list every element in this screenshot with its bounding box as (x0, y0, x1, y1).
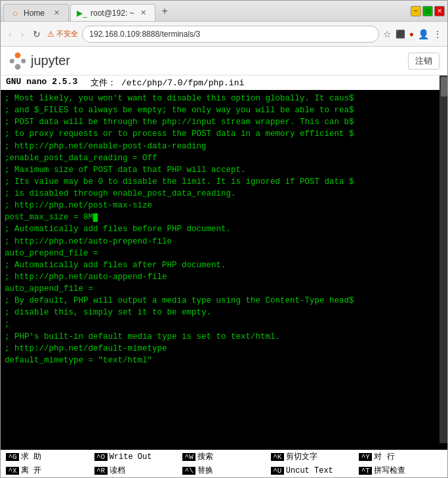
terminal-line: ; Most likely, you won't want to disable… (5, 93, 443, 104)
svg-point-4 (16, 59, 19, 62)
url-input[interactable]: 192.168.0.109:8888/terminals/3 (82, 26, 378, 43)
nano-cmd-label: 离 开 (21, 465, 41, 476)
nano-cmd-^X[interactable]: ^X离 开 (3, 464, 92, 477)
nano-cmd-label: 替换 (197, 465, 213, 476)
terminal-line: auto_prepend_file = (5, 248, 443, 259)
jupyter-title: jupyter (31, 53, 70, 68)
tab-terminal-close[interactable]: ✕ (138, 8, 148, 18)
tab-terminal-label: root@192: ~ (91, 9, 134, 18)
nano-cmd-label: 读档 (110, 465, 125, 476)
nano-cmd-label: 求 助 (21, 451, 41, 462)
nano-cmd-key: ^G (6, 453, 19, 461)
nano-file-label: 文件： /etc/php/7.0/fpm/php.ini (91, 77, 244, 89)
menu-icon[interactable]: ⋮ (433, 29, 442, 39)
nano-cmd-key: ^O (94, 453, 108, 461)
tab-terminal[interactable]: ▶_ root@192: ~ ✕ (70, 4, 155, 21)
terminal-line: ; POST data will be through the php://in… (5, 116, 443, 128)
new-tab-button[interactable]: + (157, 4, 173, 18)
nano-bottombar: ^G求 助^OWrite Out^W搜索^K剪切文字^Y对 行^X离 开^R读档… (1, 450, 447, 477)
svg-point-1 (15, 64, 21, 70)
jupyter-logo: jupyter (9, 52, 70, 70)
terminal-content[interactable]: ; Most likely, you won't want to disable… (1, 90, 447, 450)
nano-cmd-^W[interactable]: ^W搜索 (180, 450, 268, 463)
nano-cmd-key: ^X (6, 467, 19, 475)
terminal-line: ; disable this, simply set it to be empt… (5, 307, 443, 318)
nano-cmd-label: 搜索 (197, 451, 213, 462)
nano-cmd-^T[interactable]: ^T拼写检查 (356, 464, 445, 477)
tabs-area: ○ Home ✕ ▶_ root@192: ~ ✕ + (3, 1, 408, 21)
terminal-line: default_mimetype = "text/html" (5, 355, 443, 366)
url-text: 192.168.0.109:8888/terminals/3 (89, 30, 371, 39)
maximize-button[interactable]: □ (422, 6, 433, 16)
tab-home-label: Home (24, 9, 45, 18)
nano-cmd-^U[interactable]: ^UUncut Text (268, 464, 357, 477)
nano-cmd-key: ^U (271, 467, 284, 475)
browser-window: ○ Home ✕ ▶_ root@192: ~ ✕ + − □ ✕ ‹ › ↻ … (0, 0, 448, 478)
terminal-line: ; http://php.net/enable-post-data-readin… (5, 141, 443, 152)
nano-cmd-key: ^\ (182, 467, 195, 475)
nano-cmd-label: 拼写检查 (374, 465, 405, 476)
reload-button[interactable]: ↻ (30, 28, 43, 41)
terminal-line: ; http://php.net/auto-append-file (5, 271, 443, 283)
terminal-line: auto_append_file = (5, 283, 443, 295)
extension-icon2[interactable]: ● (409, 30, 414, 39)
nano-titlebar: GNU nano 2.5.3 文件： /etc/php/7.0/fpm/php.… (1, 76, 447, 90)
tab-terminal-icon: ▶_ (77, 9, 87, 18)
scrollbar-thumb[interactable] (441, 77, 447, 97)
svg-point-3 (21, 58, 26, 63)
terminal-line: ; Automatically add files after PHP docu… (5, 259, 443, 271)
extension-icon1[interactable]: ⬛ (396, 30, 405, 39)
nano-cmd-^O[interactable]: ^OWrite Out (92, 450, 180, 463)
svg-point-0 (15, 52, 21, 58)
account-icon[interactable]: 👤 (418, 29, 429, 39)
terminal-line: ; and $_FILES to always be empty; the on… (5, 104, 443, 116)
terminal-line: ; to proxy requests or to process the PO… (5, 128, 443, 140)
nano-bottom-row-0: ^G求 助^OWrite Out^W搜索^K剪切文字^Y对 行 (1, 450, 447, 464)
terminal-line: ; By default, PHP will output a media ty… (5, 295, 443, 307)
address-bar: ‹ › ↻ ⚠ 不安全 192.168.0.109:8888/terminals… (1, 22, 447, 47)
nano-bottom-row-1: ^X离 开^R读档^\替换^UUncut Text^T拼写检查 (1, 464, 447, 477)
minimize-button[interactable]: − (411, 6, 421, 16)
tab-home[interactable]: ○ Home ✕ (3, 4, 69, 21)
scrollbar[interactable] (439, 76, 447, 443)
nano-version: GNU nano 2.5.3 (6, 77, 77, 89)
nano-cmd-key: ^W (182, 453, 195, 461)
nano-cmd-label: 剪切文字 (286, 451, 317, 462)
nano-cmd-key: ^R (94, 467, 108, 475)
terminal-line: ; http://php.net/post-max-size (5, 200, 443, 211)
back-button[interactable]: ‹ (6, 28, 14, 41)
nano-cmd-label: Write Out (110, 452, 152, 462)
logout-button[interactable]: 注销 (408, 53, 439, 70)
nano-cmd-^K[interactable]: ^K剪切文字 (268, 450, 357, 463)
tab-home-icon: ○ (10, 9, 20, 18)
nano-cmd-^\[interactable]: ^\替换 (180, 464, 268, 477)
forward-button[interactable]: › (18, 28, 27, 41)
close-button[interactable]: ✕ (434, 6, 445, 16)
svg-point-2 (10, 58, 14, 63)
terminal-line: ; Maximum size of POST data that PHP wil… (5, 164, 443, 176)
nano-cmd-key: ^K (271, 453, 284, 461)
nano-cmd-^G[interactable]: ^G求 助 (3, 450, 92, 463)
jupyter-header: jupyter 注销 (1, 47, 447, 76)
nano-cmd-^Y[interactable]: ^Y对 行 (356, 450, 445, 463)
nano-cmd-label: Uncut Text (286, 466, 333, 475)
title-bar: ○ Home ✕ ▶_ root@192: ~ ✕ + − □ ✕ (1, 1, 447, 22)
window-controls: − □ ✕ (411, 6, 445, 16)
terminal-line: ; http://php.net/auto-prepend-file (5, 236, 443, 248)
terminal-line: ; Automatically add files before PHP doc… (5, 223, 443, 235)
terminal-line: ; is disabled through enable_post_data_r… (5, 188, 443, 200)
nano-cmd-label: 对 行 (374, 451, 394, 462)
terminal-container[interactable]: GNU nano 2.5.3 文件： /etc/php/7.0/fpm/php.… (1, 76, 447, 477)
terminal-line: ;enable_post_data_reading = Off (5, 152, 443, 164)
bookmark-icon[interactable]: ☆ (383, 29, 392, 39)
security-indicator: ⚠ 不安全 (47, 29, 78, 39)
terminal-line: ; PHP's built-in default media type is s… (5, 331, 443, 343)
terminal-line: post_max_size = 8M (5, 211, 443, 223)
security-label: 不安全 (56, 29, 78, 39)
nano-cmd-^R[interactable]: ^R读档 (92, 464, 180, 477)
security-warning-icon: ⚠ (47, 30, 54, 39)
terminal-line: ; http://php.net/default-mimetype (5, 343, 443, 355)
nano-cmd-key: ^T (359, 467, 372, 475)
tab-home-close[interactable]: ✕ (52, 8, 62, 18)
terminal-line: ; (5, 318, 443, 330)
